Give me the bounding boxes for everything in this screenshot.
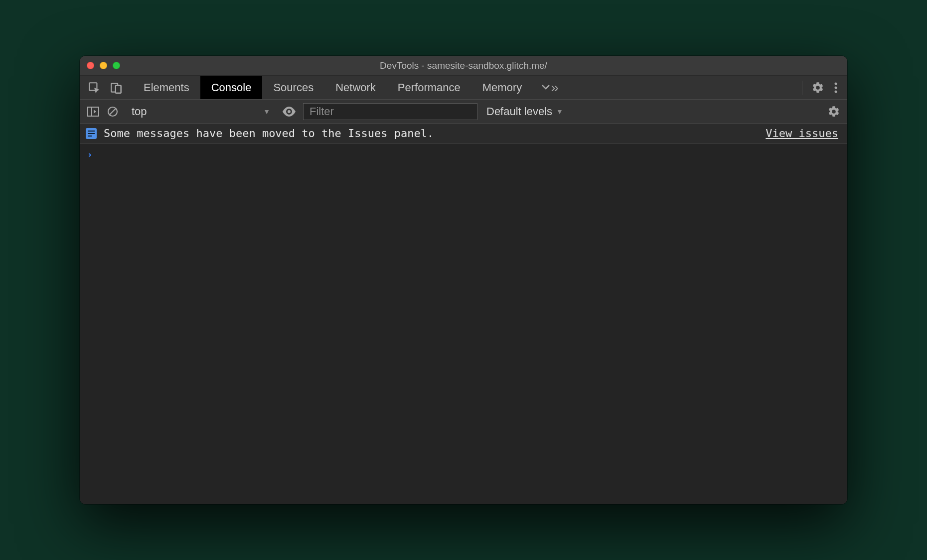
svg-point-11 — [288, 110, 291, 113]
tab-performance[interactable]: Performance — [387, 76, 471, 99]
svg-line-10 — [110, 109, 116, 115]
svg-rect-2 — [116, 85, 121, 93]
chevron-down-icon: ▼ — [263, 108, 270, 116]
tab-elements[interactable]: Elements — [133, 76, 200, 99]
zoom-window-button[interactable] — [113, 62, 120, 69]
view-issues-link[interactable]: View issues — [766, 127, 838, 140]
tab-label: Elements — [144, 81, 189, 94]
log-levels-select[interactable]: Default levels ▼ — [484, 105, 565, 118]
tab-label: Network — [335, 81, 376, 94]
titlebar: DevTools - samesite-sandbox.glitch.me/ — [80, 56, 847, 76]
console-settings-gear-icon[interactable] — [827, 105, 840, 118]
tab-label: Console — [211, 81, 252, 94]
tab-sources[interactable]: Sources — [262, 76, 324, 99]
tabstrip-trailing — [798, 76, 847, 99]
chevron-down-icon: ▼ — [556, 108, 563, 116]
tabstrip-leading-icons — [80, 76, 133, 99]
tab-memory[interactable]: Memory — [471, 76, 533, 99]
tab-label: Performance — [398, 81, 461, 94]
tab-label: Sources — [273, 81, 313, 94]
minimize-window-button[interactable] — [100, 62, 107, 69]
tab-label: Memory — [482, 81, 522, 94]
console-body[interactable]: › — [80, 143, 847, 504]
clear-console-icon[interactable] — [107, 106, 119, 118]
window-title: DevTools - samesite-sandbox.glitch.me/ — [80, 60, 847, 71]
live-expression-eye-icon[interactable] — [282, 107, 296, 117]
issues-banner: Some messages have been moved to the Iss… — [80, 124, 847, 143]
svg-rect-7 — [88, 107, 99, 116]
tab-network[interactable]: Network — [324, 76, 387, 99]
issues-icon — [86, 128, 97, 139]
kebab-menu-icon[interactable] — [829, 82, 842, 94]
context-label: top — [132, 105, 147, 118]
console-toolbar: top ▼ Default levels ▼ — [80, 100, 847, 124]
inspect-element-icon[interactable] — [88, 81, 101, 94]
main-tabstrip: Elements Console Sources Network Perform… — [80, 76, 847, 100]
close-window-button[interactable] — [87, 62, 94, 69]
console-prompt: › — [87, 148, 93, 160]
svg-point-4 — [835, 82, 837, 85]
levels-label: Default levels — [486, 105, 552, 118]
svg-point-5 — [835, 86, 837, 89]
devtools-window: DevTools - samesite-sandbox.glitch.me/ E… — [80, 56, 847, 504]
sidebar-toggle-icon[interactable] — [87, 106, 100, 117]
issues-message: Some messages have been moved to the Iss… — [104, 127, 759, 140]
tab-console[interactable]: Console — [200, 76, 263, 99]
traffic-lights — [87, 62, 120, 69]
tabs-overflow-chevron-icon[interactable]: » — [544, 76, 566, 99]
separator — [802, 81, 802, 95]
filter-input[interactable] — [303, 103, 477, 120]
execution-context-select[interactable]: top ▼ — [126, 103, 275, 120]
device-toolbar-icon[interactable] — [110, 81, 123, 94]
settings-gear-icon[interactable] — [811, 81, 824, 94]
svg-point-6 — [835, 90, 837, 93]
